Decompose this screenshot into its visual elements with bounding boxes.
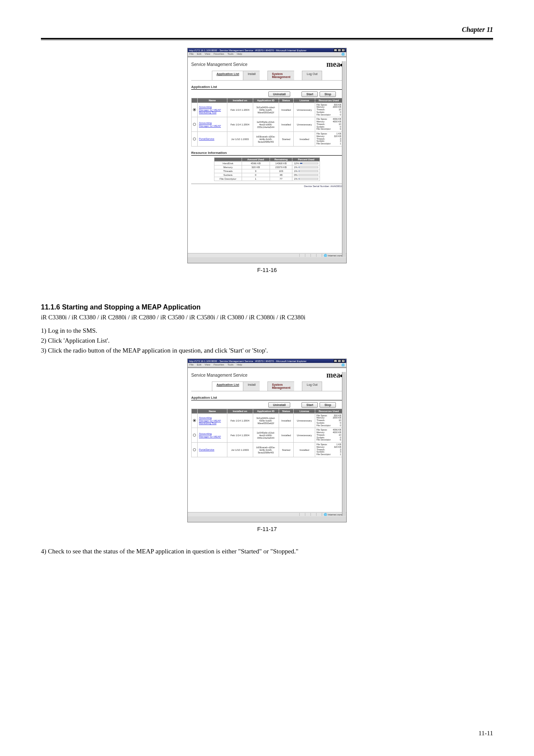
menubar: File Edit View Favorites Tools Help 🌐 <box>188 363 346 367</box>
resource-info-heading: Resource Information <box>191 151 343 156</box>
tab-system-management[interactable]: System Management <box>267 71 295 80</box>
table-row: Accounting Manager for MEAP Feb 1/14 1:2… <box>192 428 343 443</box>
uninstall-button[interactable]: Uninstall <box>268 91 291 97</box>
table-header-row: Name Installed on Application ID Status … <box>192 409 343 413</box>
status-zone: 🌐 Internet zone <box>322 254 345 257</box>
menu-favorites[interactable]: Favorites <box>214 53 224 55</box>
table-row: Accounting Manager for MEAP Feb 1/14 1:2… <box>192 117 343 132</box>
tab-install[interactable]: Install <box>243 381 260 391</box>
resource-info-table: Amount Used Remaining Percent Used HardD… <box>214 157 320 181</box>
table-header-row: Name Installed on Application ID Status … <box>192 98 343 103</box>
tab-logout[interactable]: Log Out <box>302 71 322 80</box>
tabs: Application List Install System Manageme… <box>191 71 343 81</box>
screenshot-2: http://172.16.1.100:8000 - Service Manag… <box>187 359 347 522</box>
uninstall-button[interactable]: Uninstall <box>268 402 291 408</box>
window-title: http://172.16.1.100:8000 - Service Manag… <box>189 360 306 362</box>
menu-help[interactable]: Help <box>237 363 242 366</box>
page-number: 11-11 <box>478 730 493 737</box>
step-3: 3) Click the radio button of the MEAP ap… <box>41 347 493 354</box>
tabs: Application List Install System Manageme… <box>191 381 343 391</box>
model-list: iR C3380i / iR C3380 / iR C2880i / iR C2… <box>41 314 493 321</box>
meap-logo: mea <box>326 60 343 69</box>
application-table: Name Installed on Application ID Status … <box>191 409 343 457</box>
step-4: 4) Check to see that the status of the M… <box>41 548 493 555</box>
menu-file[interactable]: File <box>189 53 194 55</box>
app-name-link[interactable]: Accounting Manager for MEAP Monitoring T… <box>198 103 227 117</box>
scrollbar[interactable] <box>342 61 346 257</box>
window-titlebar: http://172.16.1.100:8000 - Service Manag… <box>188 359 346 363</box>
radio-row-0[interactable] <box>193 419 196 422</box>
menu-tools[interactable]: Tools <box>227 363 233 366</box>
page-title: Service Management Service <box>191 62 248 67</box>
table-row: PortalService Jul 1/10 1:2003 b93baceb-d… <box>192 132 343 147</box>
menu-view[interactable]: View <box>205 363 210 366</box>
radio-row-0[interactable] <box>193 108 196 111</box>
window-controls[interactable]: _□× <box>333 359 345 362</box>
ie-logo-icon: 🌐 <box>342 53 345 56</box>
menubar: File Edit View Favorites Tools Help 🌐 <box>188 52 346 56</box>
app-name-link[interactable]: PortalService <box>198 443 227 457</box>
window-title: http://172.16.1.100:8000 - Service Manag… <box>189 49 306 52</box>
tab-application-list[interactable]: Application List <box>212 381 244 391</box>
statusbar: 🌐 Internet zone <box>188 512 346 516</box>
header-rule <box>41 38 493 40</box>
section-heading: 11.1.6 Starting and Stopping a MEAP Appl… <box>41 303 493 311</box>
meap-logo: mea <box>326 371 343 380</box>
step-2: 2) Click 'Application List'. <box>41 337 493 344</box>
menu-edit[interactable]: Edit <box>197 53 201 55</box>
screenshot-1: http://172.16.1.100:8000 - Service Manag… <box>187 48 347 263</box>
menu-favorites[interactable]: Favorites <box>214 363 224 366</box>
tab-application-list[interactable]: Application List <box>212 71 244 80</box>
figure-2-caption: F-11-17 <box>257 526 277 532</box>
menu-help[interactable]: Help <box>237 53 242 55</box>
ie-logo-icon: 🌐 <box>342 363 345 366</box>
status-zone: 🌐 Internet zone <box>322 513 345 516</box>
chapter-header: Chapter 11 <box>41 26 493 34</box>
menu-edit[interactable]: Edit <box>197 363 201 366</box>
menu-file[interactable]: File <box>189 363 194 366</box>
app-list-heading: Application List <box>191 85 343 90</box>
figure-1: http://172.16.1.100:8000 - Service Manag… <box>41 48 493 286</box>
application-table: Name Installed on Application ID Status … <box>191 98 343 147</box>
radio-row-1[interactable] <box>193 123 196 126</box>
step-1: 1) Log in to the SMS. <box>41 327 493 334</box>
app-name-link[interactable]: Accounting Manager for MEAP <box>198 428 227 443</box>
start-button[interactable]: Start <box>301 91 318 97</box>
table-row: PortalService Jul 1/10 1:2003 b93baceb-d… <box>192 443 343 457</box>
page-title: Service Management Service <box>191 373 248 378</box>
radio-row-1[interactable] <box>193 434 196 437</box>
table-row: Accounting Manager for MEAP Monitoring T… <box>192 413 343 428</box>
statusbar: 🌐 Internet zone <box>188 253 346 257</box>
radio-row-2[interactable] <box>193 448 196 451</box>
tab-install[interactable]: Install <box>243 71 260 80</box>
start-button[interactable]: Start <box>301 402 318 408</box>
menu-tools[interactable]: Tools <box>227 53 233 55</box>
app-list-heading: Application List <box>191 396 343 400</box>
stop-button[interactable]: Stop <box>320 402 336 408</box>
stop-button[interactable]: Stop <box>320 91 336 97</box>
tab-logout[interactable]: Log Out <box>302 381 322 391</box>
figure-2: http://172.16.1.100:8000 - Service Manag… <box>41 359 493 545</box>
tab-system-management[interactable]: System Management <box>267 381 295 391</box>
app-name-link[interactable]: Accounting Manager for MEAP Monitoring T… <box>198 413 227 428</box>
figure-1-caption: F-11-16 <box>257 267 277 273</box>
menu-view[interactable]: View <box>205 53 210 55</box>
device-serial: Device Serial Number: AAA00010 <box>191 184 343 187</box>
window-controls[interactable]: _□× <box>333 49 345 52</box>
app-name-link[interactable]: Accounting Manager for MEAP <box>198 117 227 132</box>
window-titlebar: http://172.16.1.100:8000 - Service Manag… <box>188 48 346 52</box>
scrollbar[interactable] <box>342 372 346 516</box>
table-row: Accounting Manager for MEAP Monitoring T… <box>192 103 343 117</box>
radio-row-2[interactable] <box>193 137 196 141</box>
app-name-link[interactable]: PortalService <box>198 132 227 147</box>
